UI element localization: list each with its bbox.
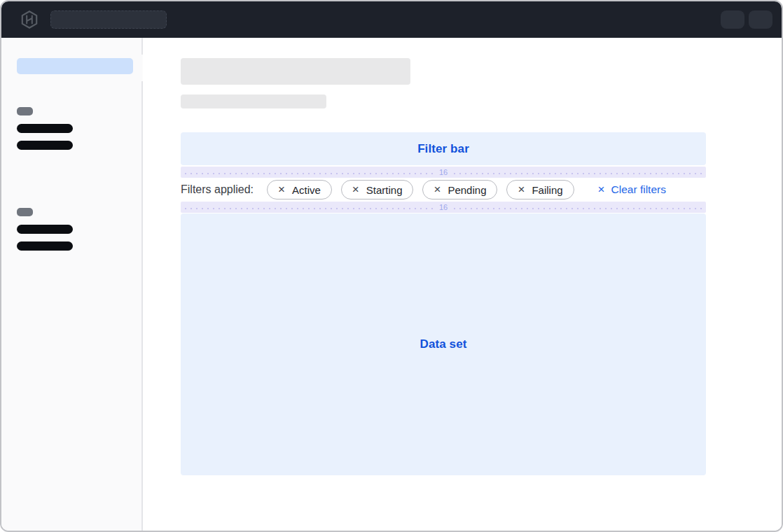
close-icon[interactable]: × xyxy=(518,183,525,195)
filter-pill-pending[interactable]: × Pending xyxy=(422,180,497,200)
data-set-panel: Data set xyxy=(181,214,706,475)
filter-bar-label: Filter bar xyxy=(417,142,469,156)
filter-pills: × Active × Starting × Pending × Failing xyxy=(267,180,574,200)
close-icon[interactable]: × xyxy=(278,183,285,195)
sidebar-section-label-placeholder-2 xyxy=(17,208,33,216)
spacing-value: 16 xyxy=(433,202,454,213)
sidebar-item-placeholder-3[interactable] xyxy=(17,225,73,234)
navbar-action-placeholder-2[interactable] xyxy=(749,10,772,29)
close-icon[interactable]: × xyxy=(434,183,441,195)
filter-pill-label: Pending xyxy=(448,184,486,196)
navbar-action-placeholder-1[interactable] xyxy=(721,10,744,29)
search-input-placeholder[interactable] xyxy=(50,10,167,29)
sidebar-item-placeholder-4[interactable] xyxy=(17,241,73,251)
spacing-value: 16 xyxy=(433,167,454,178)
filter-bar-panel: Filter bar xyxy=(181,132,706,165)
sidebar-item-selected[interactable] xyxy=(17,58,133,74)
sidebar xyxy=(1,38,143,531)
filter-pill-label: Starting xyxy=(366,184,403,196)
filters-applied-label: Filters applied: xyxy=(181,183,254,196)
filter-pill-label: Active xyxy=(292,184,321,196)
data-set-label: Data set xyxy=(420,337,467,351)
top-navbar xyxy=(1,1,782,38)
close-icon: × xyxy=(598,183,605,195)
filter-pill-starting[interactable]: × Starting xyxy=(341,180,414,200)
close-icon[interactable]: × xyxy=(352,183,359,195)
clear-filters-button[interactable]: × Clear filters xyxy=(598,183,666,196)
page-subtitle-placeholder xyxy=(181,94,326,108)
spacing-marker-top: 16 xyxy=(181,167,706,178)
spacing-marker-bottom: 16 xyxy=(181,202,706,213)
clear-filters-label: Clear filters xyxy=(611,183,666,196)
sidebar-item-placeholder-1[interactable] xyxy=(17,124,73,133)
applied-filters-row: Filters applied: × Active × Starting × P… xyxy=(181,178,706,202)
filter-pill-active[interactable]: × Active xyxy=(267,180,332,200)
sidebar-item-placeholder-2[interactable] xyxy=(17,141,73,150)
main-content: Filter bar 16 Filters applied: × Active … xyxy=(143,38,782,531)
app-window: Filter bar 16 Filters applied: × Active … xyxy=(0,0,783,532)
filter-pill-label: Failing xyxy=(532,184,562,196)
hashicorp-logo-icon xyxy=(20,10,39,29)
sidebar-section-label-placeholder-1 xyxy=(17,107,33,115)
filter-pill-failing[interactable]: × Failing xyxy=(506,180,574,200)
page-title-placeholder xyxy=(181,58,410,85)
